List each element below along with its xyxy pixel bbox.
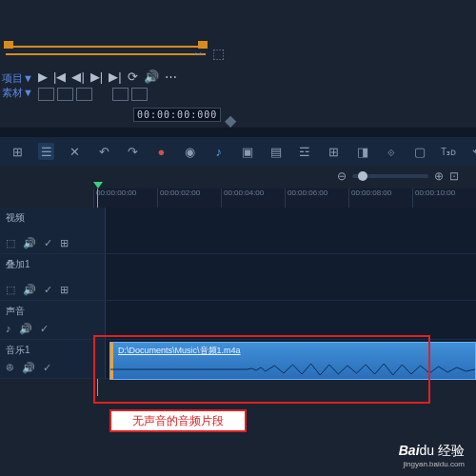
track-voice: 声音 ♪ 🔊 ✓ <box>0 301 476 340</box>
timeline-view-button[interactable]: ☰ <box>38 143 54 160</box>
loop-button[interactable]: ⟳ <box>128 69 138 84</box>
resize-icon[interactable]: ↔ <box>191 46 205 61</box>
track-body[interactable] <box>106 301 476 339</box>
mixer-button[interactable]: ◉ <box>182 143 198 160</box>
subtitle-button[interactable]: ▤ <box>268 143 285 160</box>
ruler-tick: 00:00:06:00 <box>285 188 348 208</box>
tools-icon[interactable]: ✕ <box>67 143 83 160</box>
mode-project-label[interactable]: 项目▼ <box>2 71 33 86</box>
speaker-icon[interactable]: 🔊 <box>19 323 32 335</box>
track-body[interactable] <box>106 254 476 300</box>
zoom-out-button[interactable]: ⊖ <box>337 169 347 183</box>
timecode-display[interactable]: 00:00:00:000 ◆ <box>133 108 232 122</box>
chapter-button[interactable]: ▣ <box>239 143 255 160</box>
ripple-button[interactable]: ⟲ <box>469 143 476 160</box>
zoom-in-button[interactable]: ⊕ <box>434 169 444 183</box>
track-label: 视频 <box>6 211 99 225</box>
chevron-down-icon[interactable]: ✓ <box>44 237 52 249</box>
end-button[interactable]: ▶| <box>109 69 121 84</box>
waveform-icon <box>110 363 475 376</box>
grid-button[interactable]: ⊞ <box>326 143 342 160</box>
timecode-value[interactable]: 00:00:00:000 <box>133 108 221 122</box>
more-button[interactable]: ⋯ <box>165 69 177 84</box>
track-label: 声音 <box>6 305 99 318</box>
time-ruler[interactable]: 00:00:00:00 00:00:02:00 00:00:04:00 00:0… <box>93 188 476 208</box>
auto-music-button[interactable]: ♪ <box>210 143 227 160</box>
record-button[interactable]: ● <box>153 143 169 160</box>
next-frame-button[interactable]: ▶| <box>90 69 103 84</box>
speaker-icon[interactable]: 🔊 <box>23 237 36 249</box>
mark-out-button[interactable] <box>57 88 73 101</box>
start-button[interactable]: |◀ <box>53 69 66 84</box>
speaker-icon[interactable]: 🔊 <box>22 362 35 374</box>
zoom-control: ⊖ ⊕ ⊡ <box>337 169 459 183</box>
playhead-handle[interactable] <box>93 182 103 188</box>
mode-clip-label[interactable]: 素材▼ <box>2 86 33 100</box>
timecode-spinner[interactable]: ◆ <box>225 111 232 119</box>
ruler-tick: 00:00:02:00 <box>157 188 221 208</box>
annotation-label: 无声音的音频片段 <box>109 409 247 432</box>
track-body[interactable] <box>106 208 476 253</box>
ruler-tick: 00:00:00:00 <box>93 188 157 208</box>
options-button[interactable] <box>131 88 148 101</box>
chevron-down-icon[interactable]: ✓ <box>40 323 49 335</box>
fit-button[interactable]: ⟐ <box>383 143 399 160</box>
track-overlay-1: 叠加1 ⬚ 🔊 ✓ ⊞ <box>0 254 476 301</box>
watermark-url: jingyan.baidu.com <box>399 460 465 468</box>
watermark: Baidu Baidu 经验经验 jingyan.baidu.com <box>399 443 465 468</box>
marker-button[interactable]: ◨ <box>354 143 370 160</box>
zoom-slider[interactable] <box>352 174 428 178</box>
music-icon[interactable]: ꔮ <box>6 362 14 374</box>
mark-in-button[interactable] <box>38 88 54 101</box>
track-body[interactable]: D:\Documents\Music\音频1.m4a <box>106 340 476 378</box>
undo-button[interactable]: ↶ <box>96 143 112 160</box>
play-button[interactable]: ▶ <box>38 69 48 84</box>
preview-trim-bar[interactable] <box>6 46 206 55</box>
expand-icon[interactable]: ⊞ <box>60 284 69 296</box>
split-button[interactable] <box>76 88 92 101</box>
mic-icon[interactable]: ♪ <box>6 323 11 335</box>
ruler-tick: 00:00:08:00 <box>348 188 412 208</box>
timeline-toolbar: ⊞ ☰ ✕ ↶ ↷ ● ◉ ♪ ▣ ▤ ☲ ⊞ ◨ ⟐ ▢ T₃ᴅ ⟲ <box>0 137 476 166</box>
ruler-tick: 00:00:10:00 <box>412 188 476 208</box>
playback-controls: ▶ |◀ ◀| ▶| ▶| ⟳ 🔊 ⋯ <box>38 69 177 84</box>
volume-button[interactable]: 🔊 <box>144 69 159 84</box>
track-label: 音乐1 <box>6 344 99 357</box>
zoom-fit-button[interactable]: ⊡ <box>449 169 459 183</box>
3d-button[interactable]: T₃ᴅ <box>441 143 457 160</box>
video-icon[interactable]: ⬚ <box>6 237 15 249</box>
crop-button[interactable]: ▢ <box>411 143 427 160</box>
snapshot-button[interactable] <box>112 88 129 101</box>
audio-clip[interactable]: D:\Documents\Music\音频1.m4a <box>109 342 476 380</box>
ruler-tick: 00:00:04:00 <box>221 188 285 208</box>
video-icon[interactable]: ⬚ <box>6 284 15 296</box>
redo-button[interactable]: ↷ <box>125 143 141 160</box>
expand-icon[interactable]: ⊞ <box>60 237 69 249</box>
clip-filename: D:\Documents\Music\音频1.m4a <box>118 345 241 357</box>
chevron-down-icon[interactable]: ✓ <box>44 284 52 296</box>
watermark-logo: Baidu Baidu 经验经验 <box>399 443 465 460</box>
fullscreen-icon[interactable]: ⬚ <box>212 46 225 61</box>
track-video: 视频 ⬚ 🔊 ✓ ⊞ <box>0 208 476 254</box>
track-label: 叠加1 <box>6 258 99 271</box>
storyboard-view-button[interactable]: ⊞ <box>10 143 26 160</box>
chevron-down-icon[interactable]: ✓ <box>43 362 51 374</box>
prev-frame-button[interactable]: ◀| <box>71 69 84 84</box>
track-manager-button[interactable]: ☲ <box>297 143 313 160</box>
speaker-icon[interactable]: 🔊 <box>23 284 36 296</box>
track-music-1: 音乐1 ꔮ 🔊 ✓ D:\Documents\Music\音频1.m4a <box>0 340 476 379</box>
